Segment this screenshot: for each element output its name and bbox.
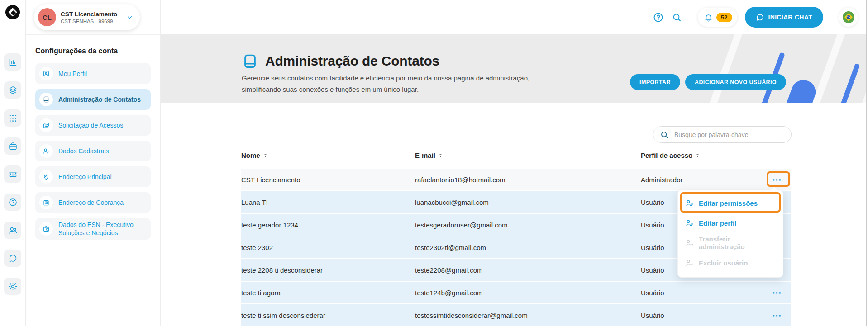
scrollbar[interactable] [866, 0, 868, 326]
sidebar-item-label: Administração de Contatos [58, 95, 141, 104]
start-chat-label: INICIAR CHAT [768, 14, 812, 21]
sidebar-item[interactable]: Meu Perfil [35, 63, 151, 84]
question-circle-icon [653, 12, 664, 23]
cell-name: teste gerador 1234 [241, 214, 298, 236]
sort-icon [695, 152, 700, 159]
context-menu-item[interactable]: Editar permissões [678, 193, 783, 213]
sidebar-item-label: Dados do ESN - Executivo Soluções e Negó… [58, 221, 146, 237]
sidebar-item[interactable]: Dados do ESN - Executivo Soluções e Negó… [35, 218, 151, 240]
row-actions-button[interactable]: ⋯ [766, 169, 788, 190]
menu-item-label: Excluir usuário [699, 259, 748, 267]
rail-item[interactable] [4, 278, 21, 295]
search-icon [660, 130, 669, 139]
cell-email: teste2208@gmail.com [415, 259, 482, 281]
cell-email: rafaelantonio18@hotmail.com [415, 169, 506, 190]
sidebar-item[interactable]: Endereço Principal [35, 166, 151, 187]
sidebar-item-icon [39, 222, 53, 236]
sidebar-item-label: Solicitação de Acessos [58, 121, 123, 129]
sidebar-item[interactable]: Solicitação de Acessos [35, 115, 151, 136]
rail-item[interactable] [4, 194, 21, 211]
language-button[interactable] [839, 8, 858, 27]
rail-item[interactable] [4, 250, 21, 267]
chat-bubble-icon [756, 13, 764, 22]
rail-item[interactable] [4, 109, 21, 127]
decorative-stripe [829, 63, 860, 103]
cell-email: luanacbucci@gmail.com [415, 191, 489, 213]
sidebar-item[interactable]: Administração de Contatos [35, 89, 151, 110]
context-menu-items: Editar permissões Editar perfil Transfer… [678, 193, 783, 273]
rail-item[interactable] [4, 53, 21, 71]
notifications-badge: 52 [716, 13, 732, 22]
cell-profile: Administrador [641, 169, 683, 190]
sidebar-item-icon [39, 93, 53, 106]
search-icon [672, 12, 682, 23]
cell-name: teste ti ssim desconsiederar [241, 304, 325, 326]
sidebar-item-icon [39, 144, 53, 158]
page-title: Administração de Contatos [265, 53, 439, 69]
account-switcher[interactable]: CL CST Licenciamento CST SENHAS - 99699 [34, 4, 140, 30]
cell-profile: Usuário [641, 214, 664, 236]
divider [831, 9, 831, 25]
rail-item[interactable] [4, 165, 21, 183]
row-context-menu: Editar permissões Editar perfil Transfer… [677, 190, 783, 278]
sidebar-item-icon [39, 118, 53, 132]
rail-item[interactable] [4, 137, 21, 155]
sidebar-item[interactable]: Endereço de Cobrança [35, 192, 151, 213]
add-new-user-button[interactable]: ADICIONAR NOVO USUÁRIO [685, 74, 786, 90]
chevron-down-icon [126, 14, 134, 21]
context-menu-item[interactable]: Transferir administração [678, 233, 783, 253]
table-row: teste ti ssim desconsiederar testessimti… [241, 304, 791, 326]
decorative-stripe [691, 34, 747, 103]
menu-item-label: Editar perfil [699, 219, 736, 227]
cell-name: teste 2208 ti desconsiderar [241, 259, 323, 281]
context-menu-item[interactable]: Editar perfil [678, 213, 783, 233]
help-button[interactable] [653, 12, 664, 23]
row-actions-button[interactable]: ⋯ [766, 282, 788, 303]
menu-item-label: Editar permissões [699, 199, 758, 207]
rail-item[interactable] [4, 222, 21, 239]
cell-profile: Usuário [641, 259, 664, 281]
cell-profile: Usuário [641, 282, 664, 303]
context-menu-item[interactable]: Excluir usuário [678, 253, 783, 273]
menu-item-label: Transferir administração [699, 235, 776, 250]
search-input[interactable] [673, 131, 786, 139]
rail-icon [8, 254, 18, 263]
rail-item-list [4, 53, 21, 295]
sidebar-heading: Configurações da conta [35, 47, 118, 55]
sidebar-item-icon [39, 196, 53, 209]
rail-icon [8, 113, 18, 123]
totvs-logo [5, 5, 20, 20]
search-button[interactable] [672, 12, 682, 23]
sidebar-item-list: Meu Perfil Administração de Contatos Sol… [35, 63, 151, 240]
cell-name: CST Licenciamento [241, 169, 300, 190]
main-content: Administração de Contatos Gerencie seus … [161, 0, 868, 326]
rail-item[interactable] [4, 81, 21, 99]
start-chat-button[interactable]: INICIAR CHAT [745, 7, 823, 28]
account-subtitle: CST SENHAS - 99699 [61, 19, 117, 24]
divider [25, 34, 160, 35]
import-button[interactable]: IMPORTAR [630, 74, 680, 90]
sidebar-item[interactable]: Dados Cadastrais [35, 141, 151, 161]
account-name: CST Licenciamento [61, 11, 117, 18]
cell-email: teste124b@gmail.com [415, 282, 482, 303]
rail-icon [8, 170, 18, 179]
rail-icon [8, 142, 18, 151]
table-header: Nome E-mail Perfil de acesso [241, 151, 791, 164]
cell-email: testessimtidesconsiderar@gmail.com [415, 304, 528, 326]
column-header-nome[interactable]: Nome [241, 151, 268, 159]
cell-profile: Usuário [641, 304, 664, 326]
sidebar-item-label: Endereço de Cobrança [58, 198, 124, 207]
sort-icon [438, 152, 443, 159]
sidebar-item-icon [39, 67, 53, 80]
column-header-perfil[interactable]: Perfil de acesso [641, 151, 700, 159]
cell-email: teste2302ti@gmail.com [415, 236, 486, 258]
sidebar-item-label: Dados Cadastrais [58, 147, 109, 155]
notifications-button[interactable]: 52 [698, 8, 737, 27]
icon-rail [0, 0, 26, 326]
contacts-book-icon [242, 52, 258, 71]
column-header-email[interactable]: E-mail [415, 151, 443, 159]
table-row: teste ti agora teste124b@gmail.com Usuár… [241, 282, 791, 303]
rail-icon [8, 226, 18, 235]
sidebar-item-label: Endereço Principal [58, 173, 112, 181]
row-actions-button[interactable]: ⋯ [766, 304, 788, 326]
